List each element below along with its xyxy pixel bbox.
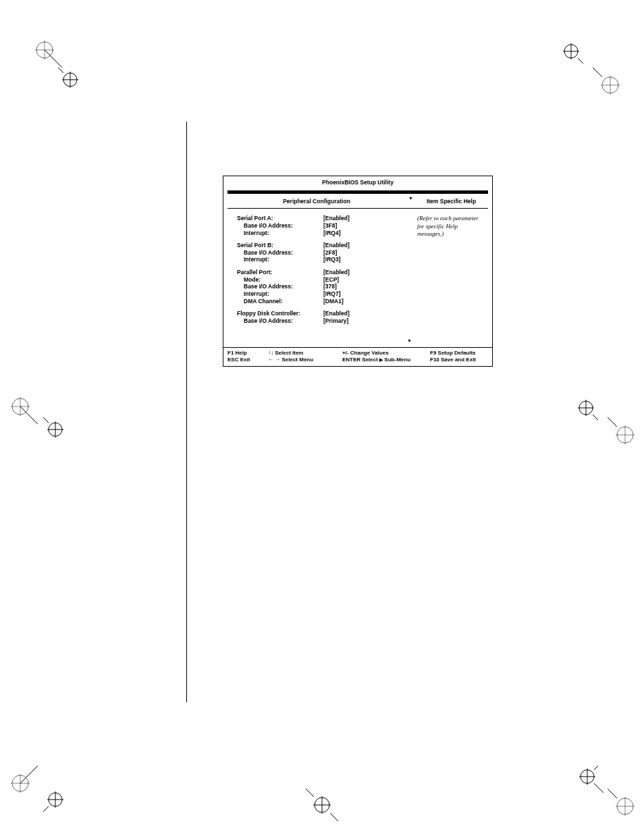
setting-value[interactable]: [Enabled] — [323, 215, 350, 222]
svg-line-40 — [306, 789, 314, 797]
bios-body: Serial Port A:[Enabled]Base I/O Address:… — [227, 211, 488, 343]
divider — [227, 208, 488, 209]
setting-row[interactable]: Interrupt:[IRQ7] — [237, 290, 406, 298]
setting-row[interactable]: Base I/O Address:[2F8] — [237, 249, 406, 257]
registration-mark — [306, 789, 338, 821]
setting-value[interactable]: [IRQ7] — [323, 290, 341, 298]
setting-value[interactable]: [Enabled] — [323, 269, 350, 276]
setting-label: Base I/O Address: — [237, 283, 323, 290]
svg-line-35 — [20, 766, 38, 783]
help-text: (Refer to each parameter for specific He… — [414, 211, 488, 343]
setting-label: Parallel Port: — [237, 269, 323, 276]
setting-row[interactable]: Base I/O Address:[Primary] — [237, 317, 406, 325]
setting-value[interactable]: [IRQ3] — [323, 256, 341, 263]
svg-line-49 — [594, 783, 603, 793]
setting-row[interactable]: Floppy Disk Controller:[Enabled] — [237, 310, 406, 317]
divider — [227, 190, 488, 194]
bios-headers: Peripheral Configuration ▼ Item Specific… — [227, 196, 488, 207]
svg-point-13 — [602, 77, 618, 93]
svg-point-37 — [49, 793, 62, 806]
setting-row[interactable]: Interrupt:[IRQ3] — [237, 256, 406, 263]
column-separator: ▼ — [408, 211, 412, 343]
bios-footer: F1 Help ↑↓ Select Item +/- Change Values… — [223, 347, 492, 366]
svg-point-8 — [564, 45, 578, 58]
svg-line-11 — [578, 58, 583, 63]
setting-group: Floppy Disk Controller:[Enabled]Base I/O… — [237, 310, 406, 324]
setting-label: Floppy Disk Controller: — [237, 310, 323, 317]
bios-title: PhoenixBIOS Setup Utility — [223, 176, 492, 190]
hint-esc: ESC Exit — [227, 357, 268, 363]
setting-value[interactable]: [Enabled] — [323, 310, 350, 317]
settings-list: Serial Port A:[Enabled]Base I/O Address:… — [227, 211, 406, 343]
svg-line-19 — [20, 407, 38, 424]
registration-mark — [575, 397, 598, 420]
svg-point-51 — [617, 798, 633, 814]
setting-row[interactable]: Mode:[ECP] — [237, 276, 406, 284]
setting-label: Base I/O Address: — [237, 317, 323, 325]
setting-label: Interrupt: — [237, 230, 323, 237]
setting-row[interactable]: Interrupt:[IRQ4] — [237, 230, 406, 237]
setting-value[interactable]: [ECP] — [323, 276, 339, 284]
hint-change-values: +/- Change Values — [342, 350, 430, 357]
registration-mark — [608, 417, 635, 444]
setting-label: Interrupt: — [237, 290, 323, 298]
setting-value[interactable]: [Enabled] — [323, 242, 350, 249]
registration-mark — [35, 41, 62, 68]
setting-value[interactable]: [378] — [323, 283, 337, 290]
setting-label: DMA Channel: — [237, 298, 323, 305]
svg-point-16 — [12, 398, 28, 415]
svg-point-0 — [36, 42, 53, 58]
svg-point-41 — [315, 798, 329, 812]
setting-row[interactable]: Serial Port A:[Enabled] — [237, 215, 406, 222]
setting-group: Serial Port A:[Enabled]Base I/O Address:… — [237, 215, 406, 236]
svg-point-29 — [617, 427, 633, 443]
hint-f9: F9 Setup Defaults — [430, 350, 488, 357]
setting-label: Serial Port B: — [237, 242, 323, 249]
setting-label: Mode: — [237, 276, 323, 284]
svg-point-45 — [581, 770, 594, 783]
registration-mark — [11, 766, 38, 793]
hint-enter: ENTER Select ▶ Sub-Menu — [342, 357, 430, 363]
setting-value[interactable]: [Primary] — [323, 317, 348, 325]
page-divider — [186, 122, 187, 702]
section-header: Peripheral Configuration — [227, 196, 406, 207]
setting-row[interactable]: DMA Channel:[DMA1] — [237, 298, 406, 305]
setting-group: Serial Port B:[Enabled]Base I/O Address:… — [237, 242, 406, 263]
svg-line-12 — [593, 68, 602, 77]
setting-label: Interrupt: — [237, 256, 323, 263]
setting-row[interactable]: Base I/O Address:[3F8] — [237, 222, 406, 230]
column-separator: ▼ — [408, 196, 412, 207]
svg-line-3 — [45, 50, 62, 68]
setting-value[interactable]: [2F8] — [323, 249, 337, 257]
setting-row[interactable]: Base I/O Address:[378] — [237, 283, 406, 290]
svg-line-44 — [330, 813, 338, 821]
hint-f1: F1 Help — [227, 350, 268, 357]
svg-point-32 — [12, 775, 28, 791]
setting-value[interactable]: [IRQ4] — [323, 230, 341, 237]
setting-label: Serial Port A: — [237, 215, 323, 222]
bios-panel: PhoenixBIOS Setup Utility Peripheral Con… — [223, 176, 493, 367]
setting-value[interactable]: [3F8] — [323, 222, 337, 230]
setting-row[interactable]: Parallel Port:[Enabled] — [237, 269, 406, 276]
svg-point-21 — [49, 423, 62, 436]
hint-f10: F10 Save and Exit — [430, 357, 488, 363]
registration-mark — [43, 789, 66, 812]
hint-select-item: ↑↓ Select Item — [268, 350, 342, 357]
registration-mark — [560, 41, 583, 63]
registration-mark — [11, 397, 38, 424]
setting-row[interactable]: Serial Port B:[Enabled] — [237, 242, 406, 249]
svg-line-4 — [58, 68, 63, 73]
svg-line-28 — [608, 417, 617, 427]
setting-label: Base I/O Address: — [237, 249, 323, 257]
registration-mark — [43, 417, 66, 440]
svg-line-27 — [593, 415, 598, 420]
setting-value[interactable]: [DMA1] — [323, 298, 344, 305]
svg-line-50 — [608, 789, 617, 798]
setting-label: Base I/O Address: — [237, 222, 323, 230]
svg-point-5 — [63, 73, 77, 86]
registration-mark — [58, 68, 81, 90]
svg-line-48 — [594, 766, 603, 770]
svg-line-36 — [43, 806, 49, 812]
registration-mark — [576, 766, 603, 793]
hint-select-menu: ← → Select Menu — [268, 357, 342, 363]
